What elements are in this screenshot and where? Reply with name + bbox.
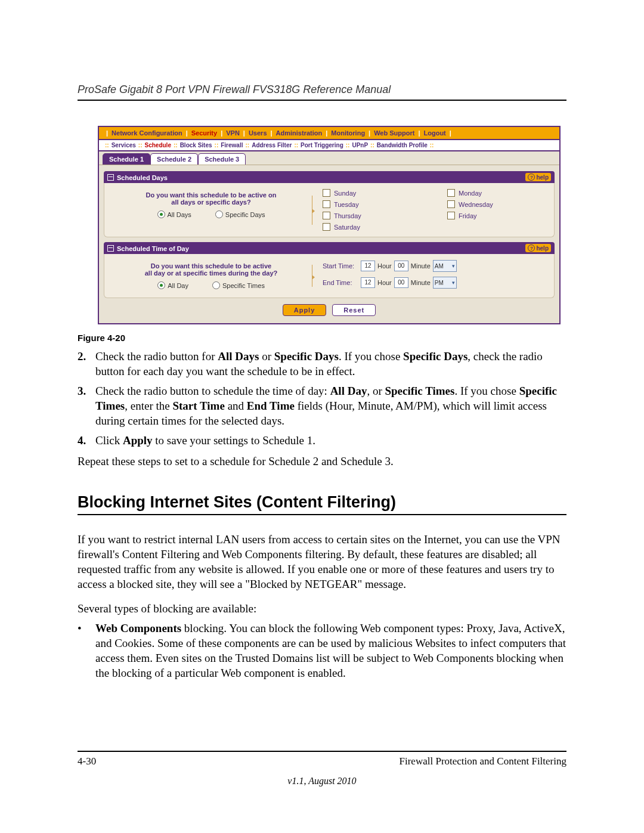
subnav-services[interactable]: Services [112,142,136,148]
step-text: Click Apply to save your settings to Sch… [95,433,315,448]
collapse-icon[interactable] [107,245,114,252]
footer-rule [78,751,566,752]
radio-specific-times[interactable]: Specific Times [212,281,265,289]
reset-button[interactable]: Reset [332,304,376,316]
radio-specific-days[interactable]: Specific Days [215,210,265,218]
subnav-porttrigger[interactable]: Port Triggering [301,142,343,148]
nav-logout[interactable]: Logout [424,129,446,137]
doc-version: v1.1, August 2010 [78,776,566,786]
paragraph: Several types of blocking are available: [78,601,566,616]
sub-nav: ::Services ::Schedule ::Block Sites ::Fi… [99,140,559,151]
nav-network[interactable]: Network Configuration [112,129,182,137]
section-bar-time: Scheduled Time of Day ?help [104,242,555,254]
days-question-l2: all days or specific days? [115,199,307,206]
apply-button[interactable]: Apply [283,304,327,316]
chapter-title: Firewall Protection and Content Filterin… [400,755,566,767]
subnav-upnp[interactable]: UPnP [352,142,368,148]
checkbox-thursday[interactable]: Thursday [323,212,423,219]
tab-schedule-3[interactable]: Schedule 3 [198,153,246,165]
tab-schedule-1[interactable]: Schedule 1 [103,153,150,165]
time-question-l1: Do you want this schedule to be active [115,262,307,270]
step-number: 3. [78,383,95,428]
checkbox-monday[interactable]: Monday [447,189,548,197]
section-heading: Blocking Internet Sites (Content Filteri… [78,493,566,515]
subnav-firewall[interactable]: Firewall [221,142,243,148]
tab-row: Schedule 1 Schedule 2 Schedule 3 [99,151,559,165]
nav-security[interactable]: Security [191,129,217,137]
subnav-blocksites[interactable]: Block Sites [180,142,212,148]
help-button-time[interactable]: ?help [525,244,551,252]
section-bar-days: Scheduled Days ?help [104,171,555,183]
start-hour-input[interactable]: 12 [361,261,375,271]
main-nav: | Network Configuration| Security| VPN| … [99,127,559,140]
help-icon: ? [528,174,535,181]
bullet-icon: • [78,621,95,680]
nav-monitoring[interactable]: Monitoring [331,129,365,137]
subnav-schedule[interactable]: Schedule [145,142,171,148]
step-number: 4. [78,433,95,448]
chevron-down-icon: ▾ [452,280,455,286]
step-text: Check the radio button to schedule the t… [95,383,566,428]
section-title-time: Scheduled Time of Day [117,245,189,252]
paragraph: Repeat these steps to set to a schedule … [78,454,566,469]
nav-users[interactable]: Users [249,129,267,137]
days-question-l1: Do you want this schedule to be active o… [115,191,307,199]
help-button-days[interactable]: ?help [525,173,551,181]
start-ampm-select[interactable]: AM▾ [433,260,457,272]
checkbox-friday[interactable]: Friday [447,212,548,219]
checkbox-sunday[interactable]: Sunday [323,189,423,197]
figure-caption: Figure 4-20 [78,333,566,343]
subnav-addressfilter[interactable]: Address Filter [252,142,292,148]
end-minute-input[interactable]: 00 [394,277,408,288]
nav-admin[interactable]: Administration [276,129,323,137]
checkbox-saturday[interactable]: Saturday [323,223,423,231]
subnav-bandwidth[interactable]: Bandwidth Profile [377,142,428,148]
start-minute-input[interactable]: 00 [394,261,408,271]
radio-all-day[interactable]: All Day [157,281,188,289]
running-header: ProSafe Gigabit 8 Port VPN Firewall FVS3… [78,83,566,96]
start-time-label: Start Time: [323,262,361,270]
checkbox-tuesday[interactable]: Tuesday [323,200,423,208]
section-title-days: Scheduled Days [117,174,168,181]
checkbox-wednesday[interactable]: Wednesday [447,200,548,208]
chevron-down-icon: ▾ [452,263,455,269]
figure-screenshot: | Network Configuration| Security| VPN| … [98,126,561,324]
tab-schedule-2[interactable]: Schedule 2 [150,153,198,165]
collapse-icon[interactable] [107,174,114,181]
help-icon: ? [528,244,535,252]
step-text: Check the radio button for All Days or S… [95,349,566,379]
bullet-text: Web Components blocking. You can block t… [95,621,566,680]
time-question-l2: all day or at specific times during the … [115,270,307,277]
page-number: 4-30 [78,755,96,767]
end-hour-input[interactable]: 12 [361,277,375,288]
nav-vpn[interactable]: VPN [226,129,240,137]
step-number: 2. [78,349,95,379]
paragraph: If you want to restrict internal LAN use… [78,532,566,592]
header-rule [78,100,566,101]
end-ampm-select[interactable]: PM▾ [433,277,457,289]
radio-all-days[interactable]: All Days [157,210,191,218]
end-time-label: End Time: [323,279,361,286]
nav-websupport[interactable]: Web Support [374,129,414,137]
